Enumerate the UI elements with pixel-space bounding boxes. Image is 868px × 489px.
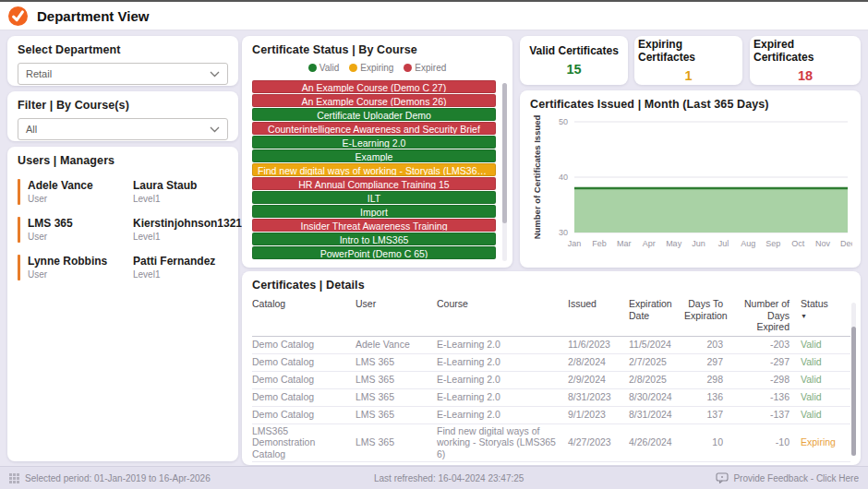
kpi-expiring-value: 1 — [684, 68, 692, 83]
svg-text:Number of Certificates Issued: Number of Certificates Issued — [532, 114, 542, 239]
page-title: Department View — [37, 8, 149, 24]
svg-text:Oct: Oct — [791, 239, 805, 248]
user-name: Adele Vance — [28, 179, 93, 193]
table-header-cell[interactable]: Status▼ — [801, 298, 849, 320]
course-status-bar[interactable]: Intro to LMS365 — [252, 233, 496, 245]
table-header-cell[interactable]: Expiration Date — [629, 298, 684, 321]
user-name: LMS 365 — [28, 217, 73, 231]
status-legend: ValidExpiringExpired — [252, 63, 502, 73]
table-cell-expiration: 2/8/2025 — [629, 373, 684, 387]
table-row[interactable]: Demo CatalogAdele VanceE-Learning 2.011/… — [252, 337, 850, 354]
course-status-bar[interactable]: An Example Course (Demons 26) — [252, 94, 496, 107]
table-cell-days_expired: -137 — [734, 408, 801, 422]
table-cell-days_to_expiration: 136 — [684, 390, 734, 404]
legend-label: Valid — [319, 63, 340, 73]
user-cell: LMS 365User — [18, 217, 123, 243]
kpi-valid-value: 15 — [566, 62, 581, 77]
users-managers-list: Adele VanceUserLaura StaubLevel1LMS 365U… — [18, 179, 228, 280]
table-cell-issued: 4/27/2023 — [568, 435, 629, 449]
table-cell-course: E-Learning 2.0 — [437, 390, 568, 404]
legend-label: Expiring — [360, 63, 393, 73]
course-status-bar[interactable]: Find new digital ways of working - Story… — [252, 163, 496, 176]
kpi-expiring-card: Expiring Certifactes 1 — [634, 36, 742, 85]
sort-descending-icon[interactable]: ▼ — [801, 313, 843, 320]
table-row[interactable]: Demo CatalogLMS 365E-Learning 2.02/8/202… — [252, 354, 850, 372]
manager-name: Patti Fernandez — [133, 255, 215, 268]
table-row[interactable]: Demo CatalogLMS 365E-Learning 2.02/9/202… — [252, 372, 850, 389]
legend-item-valid[interactable]: Valid — [308, 63, 340, 73]
provide-feedback-link[interactable]: Provide Feedback - Click Here — [716, 472, 859, 483]
kpi-expired-label: Expired Certificates — [753, 38, 857, 64]
user-role: User — [28, 268, 107, 280]
table-row[interactable]: Demo CatalogLMS 365An Example Course (De… — [252, 462, 850, 465]
column-label: Days To Expiration — [684, 298, 723, 321]
user-role: User — [28, 193, 93, 205]
table-row[interactable]: LMS365 Demonstration CatalogLMS 365Find … — [252, 424, 850, 462]
table-cell-user: LMS 365 — [356, 408, 437, 422]
course-status-bar[interactable]: Import — [252, 205, 496, 218]
svg-text:Sep: Sep — [766, 239, 780, 248]
table-scrollbar-thumb[interactable] — [851, 327, 856, 456]
manager-role: Level1 — [133, 193, 197, 205]
manager-cell: Patti FernandezLevel1 — [123, 255, 228, 280]
table-cell-issued: 2/8/2024 — [568, 355, 629, 369]
svg-text:May: May — [666, 239, 682, 248]
table-header-cell[interactable]: User — [356, 298, 437, 310]
table-row[interactable]: Demo CatalogLMS 365E-Learning 2.09/1/202… — [252, 407, 850, 424]
svg-text:Jan: Jan — [568, 239, 582, 248]
certificate-status-card: Certificate Status | By Course ValidExpi… — [242, 36, 512, 268]
table-cell-course: E-Learning 2.0 — [437, 373, 568, 387]
users-managers-row[interactable]: Lynne RobbinsUserPatti FernandezLevel1 — [18, 255, 228, 280]
course-status-bar[interactable]: Counterintelligence Awareness and Securi… — [252, 122, 496, 135]
column-label: Number of Days Expired — [734, 298, 790, 333]
table-cell-days_expired: -10 — [734, 435, 801, 449]
legend-item-expired[interactable]: Expired — [404, 63, 446, 73]
certificates-issued-card: Certificates Issued | Month (Last 365 Da… — [520, 90, 861, 268]
certificate-status-title: Certificate Status | By Course — [252, 43, 502, 56]
table-header-cell[interactable]: Catalog — [252, 298, 356, 310]
svg-text:Apr: Apr — [643, 239, 656, 248]
table-row[interactable]: Demo CatalogLMS 365E-Learning 2.08/31/20… — [252, 389, 850, 407]
table-header-cell[interactable]: Issued — [568, 298, 629, 310]
chevron-down-icon — [210, 71, 220, 78]
course-status-bar[interactable]: Example — [252, 149, 496, 162]
course-status-bar[interactable]: E-Learning 2.0 — [252, 136, 496, 149]
legend-dot-icon — [404, 64, 412, 72]
table-cell-status: Valid — [801, 338, 849, 352]
legend-item-expiring[interactable]: Expiring — [349, 63, 393, 73]
legend-dot-icon — [349, 64, 357, 72]
course-status-bar[interactable]: Insider Threat Awareness Training — [252, 219, 496, 232]
manager-name: Kierstinjohnson1321 — [133, 217, 242, 231]
bars-scrollbar-thumb[interactable] — [502, 83, 507, 223]
table-cell-catalog: Demo Catalog — [252, 338, 356, 352]
table-cell-status: Expiring — [801, 435, 849, 449]
column-label: Status — [801, 298, 843, 310]
select-department-card: Select Department Retail — [7, 36, 238, 86]
table-scrollbar-track[interactable] — [851, 303, 856, 456]
course-filter-dropdown[interactable]: All — [18, 118, 228, 140]
table-header-cell[interactable]: Number of Days Expired — [734, 298, 801, 333]
svg-text:Nov: Nov — [815, 239, 831, 248]
course-status-bar[interactable]: An Example Course (Demo C 27) — [252, 80, 496, 93]
users-managers-row[interactable]: Adele VanceUserLaura StaubLevel1 — [18, 179, 228, 205]
course-status-bar[interactable]: HR Annual Compliance Training 15 — [252, 177, 496, 190]
dashboard-root: Department View Select Department Retail… — [0, 0, 868, 489]
course-status-bar[interactable]: ILT — [252, 191, 496, 204]
table-cell-issued: 9/1/2023 — [568, 408, 629, 422]
table-cell-expiration: 4/26/2024 — [629, 435, 684, 449]
bars-scrollbar-track[interactable] — [502, 83, 507, 261]
users-managers-row[interactable]: LMS 365UserKierstinjohnson1321Level1 — [18, 217, 228, 243]
table-header-cell[interactable]: Days To Expiration — [684, 298, 734, 321]
course-status-bar[interactable]: Certificate Uploader Demo — [252, 108, 496, 121]
table-header-cell[interactable]: Course — [437, 298, 568, 310]
legend-dot-icon — [308, 64, 317, 72]
table-cell-catalog: Demo Catalog — [252, 408, 356, 422]
accent-bar — [18, 217, 20, 243]
svg-text:40: 40 — [559, 173, 568, 182]
kpi-valid-label: Valid Certificates — [529, 44, 619, 57]
department-dropdown[interactable]: Retail — [18, 63, 228, 85]
course-status-bar[interactable]: PowerPoint (Demo C 65) — [252, 246, 496, 259]
app-logo-icon — [8, 6, 28, 26]
manager-cell: Laura StaubLevel1 — [123, 179, 228, 205]
manager-cell: Kierstinjohnson1321Level1 — [123, 217, 228, 243]
